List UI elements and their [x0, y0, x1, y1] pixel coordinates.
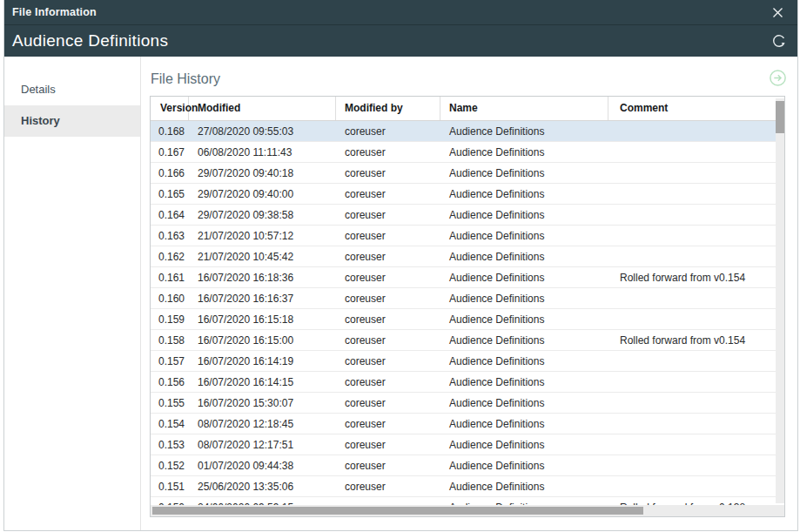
table-row[interactable]: 0.165 29/07/2020 09:40:00 coreuser Audie… [151, 184, 776, 205]
subtitle-bar: Audience Definitions [4, 25, 797, 57]
cell-modified-by: coreuser [336, 209, 440, 221]
cell-version: 0.168 [151, 125, 189, 138]
refresh-icon [770, 32, 788, 50]
table-row[interactable]: 0.151 25/06/2020 13:35:06 coreuser Audie… [151, 476, 776, 497]
table-row[interactable]: 0.150 24/06/2020 09:59:15 coreuser Audie… [151, 497, 776, 505]
cell-comment: Rolled forward from v0.154 [608, 334, 776, 347]
column-header-comment[interactable]: Comment [608, 97, 784, 120]
column-header-name[interactable]: Name [440, 97, 608, 120]
cell-name: Audience Definitions [440, 251, 608, 263]
cell-modified-by: coreuser [336, 251, 440, 263]
file-information-dialog: File Information Audience Definitions De… [3, 0, 798, 531]
cell-version: 0.166 [151, 167, 189, 179]
cell-version: 0.165 [151, 188, 189, 200]
cell-version: 0.153 [151, 439, 189, 451]
cell-modified: 06/08/2020 11:11:43 [189, 146, 336, 158]
vertical-scrollbar[interactable] [776, 98, 784, 503]
cell-modified-by: coreuser [336, 293, 440, 305]
section-title: File History [151, 71, 220, 87]
table-row[interactable]: 0.167 06/08/2020 11:11:43 coreuser Audie… [151, 142, 776, 163]
cell-version: 0.159 [151, 313, 189, 326]
cell-version: 0.167 [151, 146, 189, 158]
dialog-content: Details History File History Version Mod… [4, 57, 797, 530]
cell-name: Audience Definitions [440, 293, 608, 305]
cell-name: Audience Definitions [440, 167, 608, 179]
horizontal-scrollbar-thumb[interactable] [152, 507, 643, 515]
table-row[interactable]: 0.155 16/07/2020 15:30:07 coreuser Audie… [151, 393, 776, 414]
cell-name: Audience Definitions [440, 439, 608, 451]
file-name-title: Audience Definitions [12, 31, 168, 51]
table-body: 0.168 27/08/2020 09:55:03 coreuser Audie… [151, 121, 776, 505]
cell-modified: 16/07/2020 16:15:18 [189, 313, 336, 326]
table-row[interactable]: 0.164 29/07/2020 09:38:58 coreuser Audie… [151, 205, 776, 226]
cell-version: 0.164 [151, 209, 189, 221]
cell-modified-by: coreuser [336, 313, 440, 326]
table-row[interactable]: 0.159 16/07/2020 16:15:18 coreuser Audie… [151, 309, 776, 330]
cell-name: Audience Definitions [440, 376, 608, 388]
cell-modified-by: coreuser [336, 376, 440, 388]
cell-modified: 29/07/2020 09:38:58 [189, 209, 336, 221]
cell-version: 0.151 [151, 481, 189, 493]
sidebar-item-history[interactable]: History [4, 105, 140, 137]
cell-name: Audience Definitions [440, 355, 608, 367]
cell-name: Audience Definitions [440, 418, 608, 430]
cell-modified: 16/07/2020 16:16:37 [189, 293, 336, 305]
main-panel: File History Version Modified Modified b… [141, 57, 797, 530]
table-row[interactable]: 0.156 16/07/2020 16:14:15 coreuser Audie… [151, 372, 776, 393]
cell-modified: 27/08/2020 09:55:03 [189, 125, 336, 138]
table-row[interactable]: 0.158 16/07/2020 16:15:00 coreuser Audie… [151, 330, 776, 351]
vertical-scrollbar-thumb[interactable] [776, 101, 784, 133]
cell-modified-by: coreuser [336, 334, 440, 347]
horizontal-scrollbar[interactable] [151, 505, 784, 516]
column-header-modified[interactable]: Modified [189, 97, 336, 120]
close-button[interactable] [768, 3, 787, 22]
cell-modified: 16/07/2020 16:18:36 [189, 272, 336, 284]
dialog-title: File Information [12, 6, 97, 18]
cell-version: 0.160 [151, 293, 189, 305]
cell-version: 0.161 [151, 272, 189, 284]
cell-modified: 16/07/2020 16:14:19 [189, 355, 336, 367]
cell-name: Audience Definitions [440, 188, 608, 200]
table-row[interactable]: 0.152 01/07/2020 09:44:38 coreuser Audie… [151, 455, 776, 476]
cell-name: Audience Definitions [440, 230, 608, 242]
cell-comment: Rolled forward from v0.154 [608, 272, 776, 284]
cell-modified-by: coreuser [336, 167, 440, 179]
refresh-button[interactable] [770, 31, 789, 51]
cell-modified-by: coreuser [336, 418, 440, 430]
table-header: Version Modified Modified by Name Commen… [151, 97, 784, 121]
table-row[interactable]: 0.166 29/07/2020 09:40:18 coreuser Audie… [151, 163, 776, 184]
cell-version: 0.157 [151, 355, 189, 367]
cell-version: 0.154 [151, 418, 189, 430]
table-row[interactable]: 0.161 16/07/2020 16:18:36 coreuser Audie… [151, 267, 776, 288]
arrow-right-circle-icon [769, 69, 787, 87]
cell-name: Audience Definitions [440, 313, 608, 326]
cell-modified-by: coreuser [336, 125, 440, 138]
cell-modified-by: coreuser [336, 439, 440, 451]
table-row[interactable]: 0.153 08/07/2020 12:17:51 coreuser Audie… [151, 434, 776, 455]
cell-modified: 29/07/2020 09:40:18 [189, 167, 336, 179]
cell-modified: 29/07/2020 09:40:00 [189, 188, 336, 200]
cell-modified-by: coreuser [336, 481, 440, 493]
roll-forward-button[interactable] [768, 68, 787, 87]
table-row[interactable]: 0.163 21/07/2020 10:57:12 coreuser Audie… [151, 226, 776, 246]
table-row[interactable]: 0.162 21/07/2020 10:45:42 coreuser Audie… [151, 246, 776, 267]
cell-modified: 16/07/2020 15:30:07 [189, 397, 336, 409]
column-header-modified-by[interactable]: Modified by [336, 97, 440, 120]
table-row[interactable]: 0.157 16/07/2020 16:14:19 coreuser Audie… [151, 351, 776, 372]
table-row[interactable]: 0.154 08/07/2020 12:18:45 coreuser Audie… [151, 414, 776, 434]
table-row[interactable]: 0.168 27/08/2020 09:55:03 coreuser Audie… [151, 121, 776, 142]
cell-modified: 25/06/2020 13:35:06 [189, 481, 336, 493]
table-row[interactable]: 0.160 16/07/2020 16:16:37 coreuser Audie… [151, 288, 776, 309]
cell-name: Audience Definitions [440, 209, 608, 221]
column-header-version[interactable]: Version [151, 97, 189, 120]
cell-version: 0.163 [151, 230, 189, 242]
cell-modified-by: coreuser [336, 230, 440, 242]
file-history-table: Version Modified Modified by Name Commen… [150, 96, 785, 517]
sidebar-item-details[interactable]: Details [4, 74, 140, 105]
cell-version: 0.162 [151, 251, 189, 263]
cell-modified-by: coreuser [336, 355, 440, 367]
cell-name: Audience Definitions [440, 125, 608, 138]
cell-version: 0.152 [151, 460, 189, 472]
cell-name: Audience Definitions [440, 334, 608, 347]
cell-modified: 08/07/2020 12:18:45 [189, 418, 336, 430]
